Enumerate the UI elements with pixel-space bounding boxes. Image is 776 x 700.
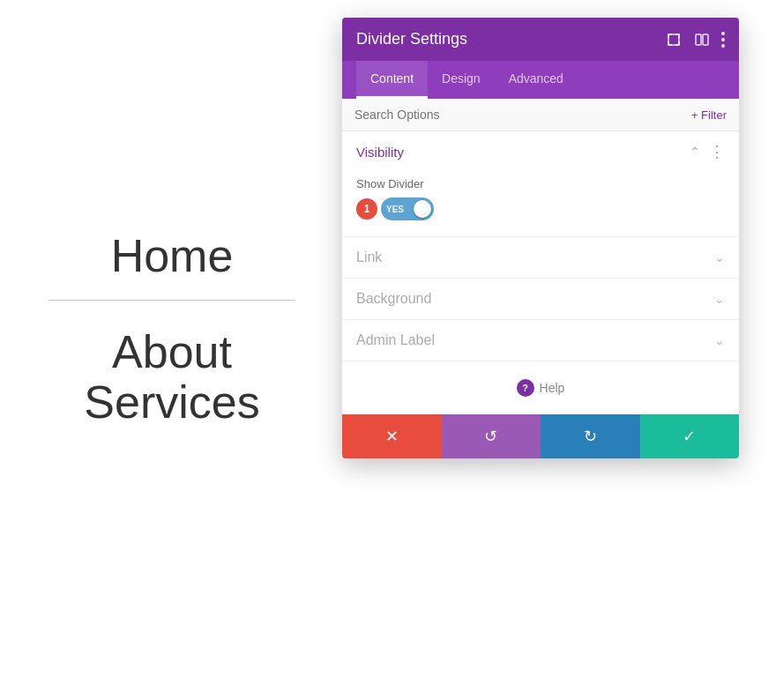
panel-tabs: Content Design Advanced <box>342 61 739 99</box>
background-section[interactable]: Background ⌄ <box>342 279 739 320</box>
chevron-up-icon: ⌃ <box>690 145 700 159</box>
redo-button[interactable]: ↻ <box>541 414 640 458</box>
more-options-icon[interactable] <box>721 32 725 48</box>
help-area: ? Help <box>342 361 739 414</box>
tab-advanced[interactable]: Advanced <box>495 61 578 99</box>
preview-divider-line <box>48 300 295 301</box>
link-section[interactable]: Link ⌄ <box>342 237 739 279</box>
toggle-thumb <box>414 200 431 218</box>
panel-header-icons <box>665 31 725 48</box>
tab-design[interactable]: Design <box>428 61 495 99</box>
undo-button[interactable]: ↺ <box>442 414 541 458</box>
help-icon[interactable]: ? <box>517 379 534 397</box>
maximize-icon[interactable] <box>665 31 683 48</box>
panel-header: Divider Settings <box>342 18 739 61</box>
link-section-title: Link <box>356 249 382 265</box>
admin-label-section-title: Admin Label <box>356 332 435 348</box>
settings-panel: Divider Settings <box>342 18 739 458</box>
admin-label-section[interactable]: Admin Label ⌄ <box>342 320 739 361</box>
search-input[interactable] <box>354 108 691 122</box>
background-chevron-icon: ⌄ <box>714 292 725 306</box>
action-bar: ✕ ↺ ↻ ✓ <box>342 414 739 458</box>
svg-rect-1 <box>696 34 701 45</box>
visibility-section-header[interactable]: Visibility ⌃ ⋮ <box>342 131 739 172</box>
cancel-button[interactable]: ✕ <box>342 414 442 458</box>
visibility-title: Visibility <box>356 145 404 160</box>
filter-button[interactable]: + Filter <box>691 108 727 122</box>
show-divider-label: Show Divider <box>356 177 725 190</box>
show-divider-toggle[interactable]: YES <box>381 197 434 220</box>
step-badge: 1 <box>356 198 377 220</box>
link-chevron-icon: ⌄ <box>714 250 725 264</box>
panel-search-bar: + Filter <box>342 99 739 131</box>
background-section-title: Background <box>356 291 431 307</box>
save-button[interactable]: ✓ <box>640 414 740 458</box>
section-more-icon[interactable]: ⋮ <box>709 144 725 160</box>
admin-label-chevron-icon: ⌄ <box>714 333 725 347</box>
tab-content[interactable]: Content <box>356 61 428 99</box>
visibility-section: Visibility ⌃ ⋮ Show Divider 1 YES <box>342 131 739 237</box>
preview-home-text: Home <box>111 229 234 282</box>
panel-title: Divider Settings <box>356 30 467 48</box>
help-text: Help <box>540 381 565 395</box>
show-divider-toggle-wrapper: 1 YES <box>356 197 725 220</box>
split-icon[interactable] <box>693 31 711 48</box>
visibility-section-content: Show Divider 1 YES <box>342 172 739 236</box>
visibility-section-icons: ⌃ ⋮ <box>690 144 725 160</box>
panel-body: Visibility ⌃ ⋮ Show Divider 1 YES Li <box>342 131 739 414</box>
svg-rect-2 <box>703 34 708 45</box>
toggle-yes-label: YES <box>386 205 404 214</box>
svg-rect-0 <box>668 34 679 45</box>
preview-about-services-text: AboutServices <box>84 327 259 428</box>
